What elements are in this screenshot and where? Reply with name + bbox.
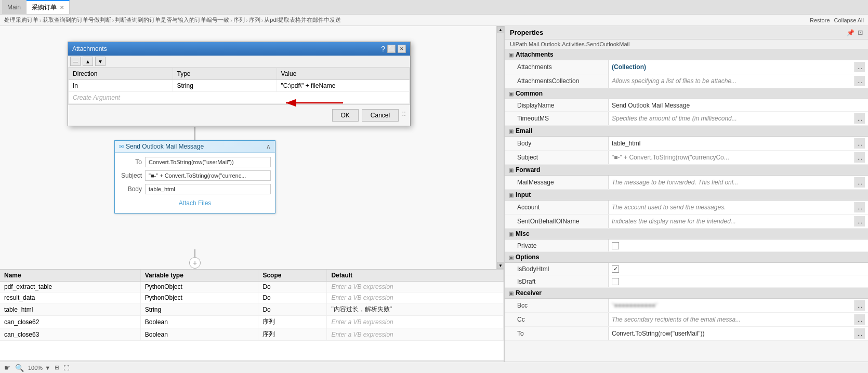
dialog-maximize-btn[interactable]: ⬜ [387, 45, 396, 53]
node-collapse-btn[interactable]: ∧ [266, 143, 271, 150]
breadcrumb-item-4[interactable]: 序列 [233, 16, 245, 24]
ok-button[interactable]: OK [332, 109, 359, 122]
table-row: In String "C:\pdf\" + fileName [69, 80, 410, 92]
section-toggle-icon: ▣ [509, 52, 514, 58]
dialog-titlebar-btns: ? ⬜ ✕ [381, 45, 406, 53]
breadcrumb-item-6[interactable]: 从pdf提取表格并在邮件中发送 [264, 16, 340, 24]
prop-section-forward[interactable]: ▣Forward [505, 165, 868, 176]
dialog-question-icon[interactable]: ? [381, 45, 385, 53]
prop-section-misc[interactable]: ▣Misc [505, 229, 868, 239]
properties-header-icons: 📌 ⊡ [847, 29, 863, 36]
properties-header: Properties 📌 ⊡ [505, 26, 868, 39]
table-row: can_close63Boolean序列Enter a VB expressio… [0, 328, 504, 341]
dialog-down-btn[interactable]: ▼ [95, 57, 106, 66]
var-name-cell: can_close62 [0, 316, 140, 328]
collapse-all-btn[interactable]: Collapse All [834, 17, 864, 23]
breadcrumb-item-1[interactable]: 处理采购订单 [4, 16, 38, 24]
to-input[interactable] [145, 157, 271, 167]
prop-value-text: "■■■■■■■■■■■" [612, 302, 854, 309]
restore-btn[interactable]: Restore [810, 17, 830, 23]
dialog-close-btn[interactable]: ✕ [398, 45, 406, 53]
var-col-name: Name [0, 270, 140, 282]
prop-expand-btn[interactable]: … [854, 152, 865, 163]
prop-label: Subject [505, 151, 609, 164]
prop-section-common[interactable]: ▣Common [505, 88, 868, 99]
variables-table: Name Variable type Scope Default pdf_ext… [0, 270, 504, 341]
prop-row: Subject"■-" + Convert.ToString(row("curr… [505, 151, 868, 165]
create-argument-label[interactable]: Create Argument [69, 92, 410, 104]
tab-close-icon[interactable]: ✕ [60, 5, 64, 10]
var-name-cell: can_close63 [0, 328, 140, 341]
prop-expand-btn[interactable]: … [854, 113, 865, 124]
zoom-dropdown-icon[interactable]: ▼ [45, 365, 50, 371]
prop-section-attachments[interactable]: ▣Attachments [505, 49, 868, 60]
var-default-cell: "内容过长，解析失败" [327, 303, 504, 316]
var-default-cell: Enter a VB expression [327, 316, 504, 328]
var-scope-cell: 序列 [258, 316, 327, 328]
body-input[interactable] [145, 184, 271, 194]
prop-label: SentOnBehalfOfName [505, 215, 609, 228]
prop-value[interactable]: The account used to send the messages.… [609, 201, 868, 214]
tab-main-label: Main [7, 4, 21, 11]
prop-expand-btn[interactable]: … [854, 177, 865, 188]
var-name-cell: pdf_extract_table [0, 282, 140, 292]
dialog-minus-btn[interactable]: — [70, 57, 81, 66]
prop-expand-btn[interactable]: … [854, 328, 865, 339]
tab-purchase-order[interactable]: 采购订单 ✕ [27, 0, 70, 14]
prop-section-options[interactable]: ▣Options [505, 252, 868, 263]
prop-value[interactable]: Convert.ToString(row("userMail"))… [609, 327, 868, 340]
prop-value[interactable]: "■-" + Convert.ToString(row("currencyCo.… [609, 151, 868, 164]
dialog-up-btn[interactable]: ▲ [83, 57, 93, 66]
prop-expand-btn[interactable]: … [854, 138, 865, 149]
prop-checkbox[interactable] [612, 278, 619, 285]
prop-value[interactable]: The secondary recipients of the email me… [609, 313, 868, 326]
prop-row: AccountThe account used to send the mess… [505, 201, 868, 215]
prop-row: Bodytable_html… [505, 137, 868, 151]
prop-value[interactable]: Indicates the display name for the inten… [609, 215, 868, 228]
prop-section-receiver[interactable]: ▣Receiver [505, 288, 868, 299]
scroll-down-btn[interactable]: ▼ [497, 262, 504, 269]
dialog-toolbar: — ▲ ▼ [68, 56, 410, 68]
prop-value[interactable]: Specifies the amount of time (in millise… [609, 112, 868, 125]
prop-checkbox[interactable] [612, 242, 619, 249]
tab-main[interactable]: Main [2, 0, 27, 14]
prop-expand-btn[interactable]: … [854, 202, 865, 212]
prop-value-text: Send Outlook Mail Message [612, 102, 865, 109]
cancel-button[interactable]: Cancel [362, 109, 399, 122]
dialog-resize-handle[interactable]: :: [402, 109, 406, 122]
prop-expand-btn[interactable]: … [854, 300, 865, 311]
prop-checkbox[interactable] [612, 265, 619, 273]
prop-expand-btn[interactable]: … [854, 62, 865, 72]
tab-bar: Main 采购订单 ✕ [0, 0, 868, 15]
prop-expand-btn[interactable]: … [854, 216, 865, 227]
prop-value[interactable]: The message to be forwarded. This field … [609, 176, 868, 189]
breadcrumb-item-3[interactable]: 判断查询到的订单是否与输入的订单编号一致 [115, 16, 229, 24]
breadcrumb-item-2[interactable]: 获取查询到的订单号做判断 [43, 16, 111, 24]
dock-icon[interactable]: ⊡ [858, 29, 863, 36]
prop-expand-btn[interactable]: … [854, 76, 865, 86]
fit-icon[interactable]: ⊞ [55, 364, 59, 371]
prop-value[interactable]: Send Outlook Mail Message [609, 99, 868, 111]
var-scope-cell: Do [258, 292, 327, 303]
dialog-title: Attachments [72, 45, 107, 52]
prop-row: Private [505, 239, 868, 252]
attach-files-btn[interactable]: Attach Files [119, 197, 271, 209]
prop-value[interactable]: Allows specifying a list of files to be … [609, 74, 868, 88]
scroll-up-btn[interactable]: ▲ [497, 26, 504, 33]
prop-value[interactable]: "■■■■■■■■■■■"… [609, 299, 868, 312]
cursor-icon[interactable]: ☛ [4, 364, 11, 372]
breadcrumb-item-5[interactable]: 序列 [249, 16, 260, 24]
prop-value[interactable]: table_html… [609, 137, 868, 150]
pin-icon[interactable]: 📌 [847, 29, 854, 36]
left-scrollbar[interactable]: ▲ ▼ [496, 26, 504, 269]
prop-expand-btn[interactable]: … [854, 314, 865, 325]
prop-value-text: Allows specifying a list of files to be … [612, 77, 854, 85]
prop-section-input[interactable]: ▣Input [505, 190, 868, 201]
cell-direction: In [69, 80, 173, 92]
search-icon[interactable]: 🔍 [15, 364, 24, 372]
prop-section-email[interactable]: ▣Email [505, 126, 868, 137]
prop-label: AttachmentsCollection [505, 74, 609, 88]
subject-input[interactable] [145, 170, 271, 181]
prop-value[interactable]: (Collection)… [609, 60, 868, 74]
fullscreen-icon[interactable]: ⛶ [63, 365, 69, 371]
